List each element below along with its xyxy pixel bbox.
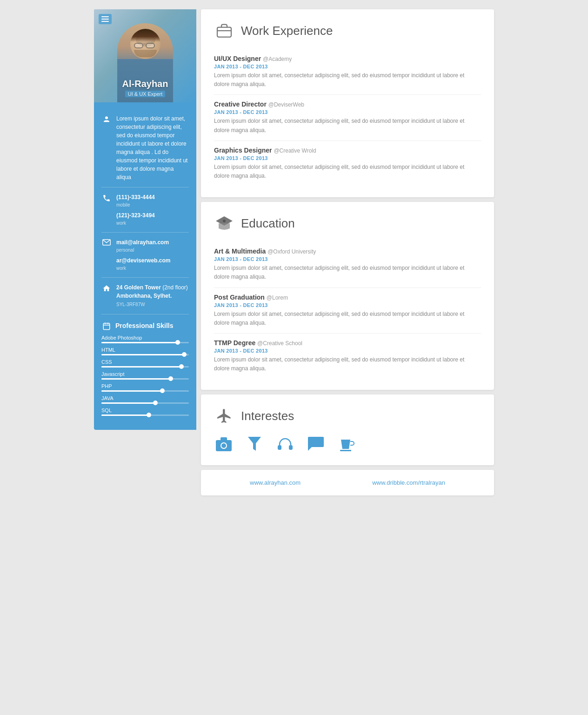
address-line3: SYL-3RF87W: [116, 302, 145, 307]
skill-item: PHP: [101, 383, 189, 392]
entry-desc: Lorem ipsum dolor sit amet, consectetur …: [214, 163, 481, 180]
entry-date: JAN 2013 - DEC 2013: [214, 155, 481, 161]
skill-name: JAVA: [101, 395, 189, 401]
edu-desc: Lorem ipsum dolor sit amet, consectetur …: [214, 310, 481, 327]
skill-name: Adobe Photoshop: [101, 335, 189, 341]
skill-item: HTML: [101, 347, 189, 355]
email-section: mail@alrayhan.com personal ar@deviserweb…: [101, 233, 189, 278]
skill-item: CSS: [101, 359, 189, 368]
mobile-number: (111)-333-4444: [116, 193, 155, 201]
svg-point-12: [221, 443, 226, 448]
education-entry: TTMP Degree @Creative School JAN 2013 - …: [214, 334, 481, 379]
skills-section: Professional Skills Adobe Photoshop HTML…: [101, 314, 189, 423]
phone-section: (111)-333-4444 mobile (121)-323-3494 wor…: [101, 187, 189, 233]
svg-rect-13: [220, 437, 227, 441]
education-entries: Art & Multimedia @Oxford University JAN …: [214, 242, 481, 379]
interests-header: Interestes: [214, 406, 481, 426]
person-icon: [101, 115, 112, 124]
filter-interest-icon: [245, 434, 264, 454]
photo-hair: [130, 29, 160, 42]
edu-date: JAN 2013 - DEC 2013: [214, 302, 481, 308]
skill-name: Javascript: [101, 371, 189, 377]
education-title: Education: [241, 216, 295, 231]
camera-interest-icon: [214, 434, 234, 454]
main-panel: Work Experience UI/UX Designer @Academy …: [196, 9, 494, 495]
edu-degree: TTMP Degree @Creative School: [214, 339, 481, 347]
bio-text: Lorem ipsum dolor sit amet, consectetur …: [116, 114, 189, 181]
photo-head: [130, 29, 160, 59]
interests-card: Interestes: [201, 394, 494, 465]
coffee-interest-icon: [337, 434, 356, 454]
work-experience-header: Work Experience: [214, 20, 481, 41]
skill-item: JAVA: [101, 395, 189, 404]
edu-org: @Lorem: [267, 294, 288, 301]
svg-point-0: [105, 116, 108, 119]
skill-name: PHP: [101, 383, 189, 389]
education-entry: Post Graduation @Lorem JAN 2013 - DEC 20…: [214, 288, 481, 334]
svg-rect-15: [289, 445, 293, 450]
briefcase-icon: [214, 20, 234, 41]
skill-bar-fill: [101, 342, 178, 343]
skill-name: HTML: [101, 347, 189, 353]
entry-org: @Creative Wrold: [274, 147, 316, 154]
home-icon: [101, 284, 112, 293]
sidebar-content: Lorem ipsum dolor sit amet, consectetur …: [94, 102, 196, 430]
skill-item: Javascript: [101, 371, 189, 380]
mobile-label: mobile: [116, 201, 155, 208]
skill-bar-fill: [101, 366, 182, 368]
links-card: www.alrayhan.com www.dribble.com/rtralra…: [201, 470, 494, 495]
skill-bar-bg: [101, 378, 189, 380]
work-number: (121)-323-3494: [116, 211, 155, 220]
skill-bar-fill: [101, 378, 171, 380]
education-entry: Art & Multimedia @Oxford University JAN …: [214, 242, 481, 287]
chat-interest-icon: [306, 434, 326, 454]
phone-icon: [101, 194, 112, 202]
website-link[interactable]: www.alrayhan.com: [250, 479, 301, 486]
profile-title: UI & UX Expert: [125, 91, 166, 97]
skill-bar-fill: [101, 390, 163, 392]
edu-degree: Post Graduation @Lorem: [214, 294, 481, 301]
education-card: Education Art & Multimedia @Oxford Unive…: [201, 202, 494, 390]
skill-name: SQL: [101, 408, 189, 413]
entry-desc: Lorem ipsum dolor sit amet, consectetur …: [214, 71, 481, 89]
graduation-icon: [214, 213, 234, 234]
personal-email-label: personal: [116, 247, 170, 254]
email-text: mail@alrayhan.com personal ar@deviserweb…: [116, 238, 170, 272]
work-entry: Creative Director @DeviserWeb JAN 2013 -…: [214, 95, 481, 140]
entry-date: JAN 2013 - DEC 2013: [214, 64, 481, 69]
svg-point-9: [223, 220, 226, 222]
work-email[interactable]: ar@deviserweb.com: [116, 256, 170, 265]
entry-org: @Academy: [263, 56, 292, 62]
skill-bar-fill: [101, 414, 149, 416]
entry-org: @DeviserWeb: [268, 101, 304, 108]
edu-degree: Art & Multimedia @Oxford University: [214, 247, 481, 255]
edu-desc: Lorem ipsum dolor sit amet, consectetur …: [214, 264, 481, 281]
entry-role: Creative Director @DeviserWeb: [214, 100, 481, 108]
edu-date: JAN 2013 - DEC 2013: [214, 256, 481, 262]
work-entry: Graphics Designer @Creative Wrold JAN 20…: [214, 141, 481, 186]
skill-bar-bg: [101, 366, 189, 368]
entry-desc: Lorem ipsum dolor sit amet, consectetur …: [214, 117, 481, 134]
entry-date: JAN 2013 - DEC 2013: [214, 109, 481, 115]
dribbble-link[interactable]: www.dribble.com/rtralrayan: [372, 479, 445, 486]
work-entries: UI/UX Designer @Academy JAN 2013 - DEC 2…: [214, 49, 481, 186]
entry-role: UI/UX Designer @Academy: [214, 55, 481, 62]
headphones-interest-icon: [275, 434, 295, 454]
interests-title: Interestes: [241, 409, 294, 423]
bio-section: Lorem ipsum dolor sit amet, consectetur …: [101, 109, 189, 187]
skill-bar-bg: [101, 402, 189, 404]
address-line1: 24 Golden Tower: [116, 284, 161, 291]
work-entry: UI/UX Designer @Academy JAN 2013 - DEC 2…: [214, 49, 481, 95]
sidebar-name-block: Al-Rayhan UI & UX Expert: [94, 79, 196, 98]
skill-bar-fill: [101, 354, 185, 355]
profile-name: Al-Rayhan: [94, 79, 196, 89]
personal-email[interactable]: mail@alrayhan.com: [116, 238, 170, 247]
svg-rect-14: [278, 445, 281, 450]
sidebar: Al-Rayhan UI & UX Expert Lorem ipsum dol…: [94, 9, 196, 430]
address-line2: Amborkhana, Sylhet.: [116, 293, 172, 299]
work-phone-label: work: [116, 220, 155, 227]
menu-button[interactable]: [99, 14, 112, 24]
skill-bar-bg: [101, 354, 189, 355]
address-line1b: (2nd floor): [162, 284, 188, 291]
skills-header: Professional Skills: [101, 321, 189, 330]
